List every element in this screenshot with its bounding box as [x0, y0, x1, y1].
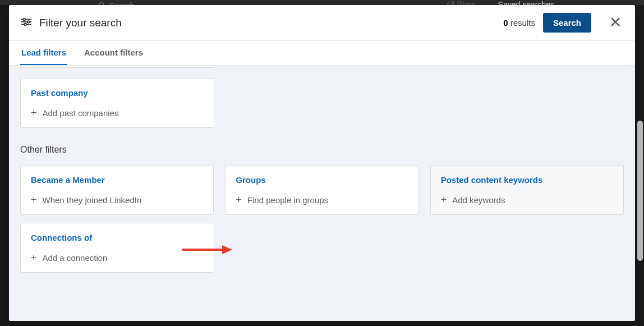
action-label: When they joined LinkedIn — [43, 195, 142, 205]
search-button[interactable]: Search — [543, 13, 591, 33]
svg-point-7 — [24, 23, 26, 25]
card-past-company[interactable]: Past company + Add past companies — [20, 78, 214, 128]
close-icon — [609, 16, 622, 30]
filter-tabs: Lead filters Account filters — [9, 41, 635, 66]
filter-modal: Filter your search 0 results Search Lead… — [9, 5, 635, 321]
svg-point-5 — [24, 18, 26, 20]
close-button[interactable] — [607, 13, 624, 32]
card-groups[interactable]: Groups + Find people in groups — [225, 165, 418, 215]
card-title: Posted content keywords — [441, 175, 613, 185]
card-posted-keywords[interactable]: Posted content keywords + Add keywords — [430, 165, 624, 215]
card-title: Groups — [236, 175, 408, 185]
action-label: Add past companies — [43, 108, 119, 118]
card-became-member[interactable]: Became a Member + When they joined Linke… — [20, 165, 214, 215]
plus-icon: + — [31, 252, 37, 263]
plus-icon: + — [31, 195, 37, 205]
partial-card-top — [20, 66, 214, 68]
action-label: Add a connection — [43, 253, 108, 263]
tab-account-filters[interactable]: Account filters — [83, 41, 144, 65]
add-posted-keywords[interactable]: + Add keywords — [441, 195, 613, 205]
action-label: Find people in groups — [247, 195, 328, 205]
svg-point-6 — [27, 21, 30, 23]
modal-header: Filter your search 0 results Search — [9, 5, 635, 41]
modal-title: Filter your search — [39, 17, 503, 29]
card-connections-of[interactable]: Connections of + Add a connection — [20, 223, 214, 273]
add-became-member[interactable]: + When they joined LinkedIn — [31, 195, 203, 205]
action-label: Add keywords — [452, 195, 505, 205]
card-title: Became a Member — [31, 175, 203, 185]
scrollbar-thumb[interactable] — [637, 121, 643, 261]
sliders-icon — [20, 16, 33, 30]
card-title: Connections of — [31, 233, 204, 242]
results-count: 0 results — [503, 18, 535, 27]
filter-content: Past company + Add past companies Other … — [9, 66, 635, 321]
plus-icon: + — [236, 195, 242, 205]
add-groups[interactable]: + Find people in groups — [236, 195, 408, 205]
add-connections-of[interactable]: + Add a connection — [31, 252, 204, 263]
section-other-filters: Other filters — [20, 145, 624, 155]
plus-icon: + — [31, 108, 37, 118]
add-past-companies[interactable]: + Add past companies — [31, 108, 204, 118]
plus-icon: + — [441, 195, 447, 205]
card-title: Past company — [31, 88, 204, 98]
tab-lead-filters[interactable]: Lead filters — [20, 41, 67, 65]
